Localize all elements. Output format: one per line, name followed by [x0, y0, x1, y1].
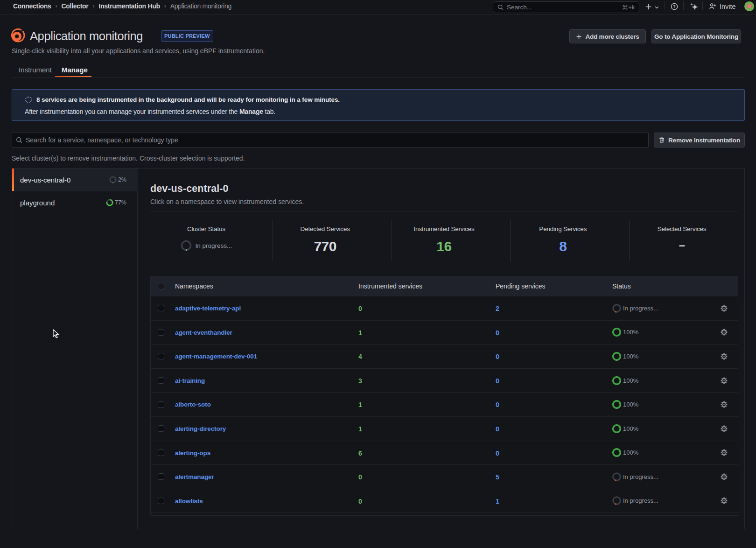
svg-text:?: ?	[673, 4, 676, 9]
